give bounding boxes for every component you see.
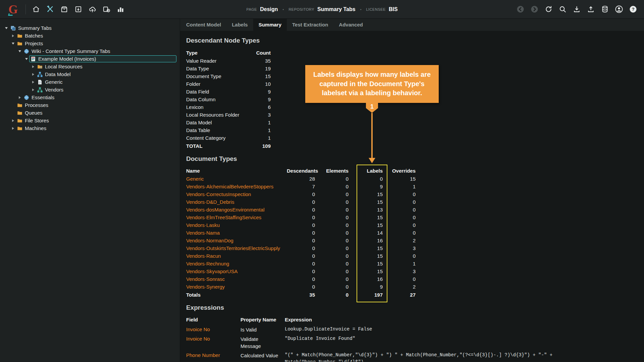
tree-item-content: Vendors <box>36 86 66 93</box>
tree-item-machines[interactable]: Machines <box>0 124 180 132</box>
breadcrumb-value-repository[interactable]: Summary Tabs <box>317 6 356 12</box>
doc-type-link[interactable]: Generic <box>186 176 287 182</box>
tab-bar: Content ModelLabelsSummaryTest Extractio… <box>180 19 644 31</box>
expander-expanded-icon[interactable] <box>10 41 16 46</box>
node-type-count: 19 <box>253 66 271 71</box>
design-tools-icon <box>46 5 54 13</box>
tree-item-example-model-invoices[interactable]: Example Model (Invoices) <box>0 55 180 63</box>
doc-types-header-name: Name <box>186 168 287 174</box>
content-model-icon <box>31 56 36 62</box>
expander-collapsed-icon[interactable] <box>10 33 16 39</box>
doc-type-link[interactable]: Vendors·ElmTreeStaffingServices <box>186 215 287 220</box>
batches-button[interactable] <box>59 4 69 14</box>
help-button[interactable]: ? <box>628 4 638 14</box>
tree-item-file-stores[interactable]: File Stores <box>0 117 180 124</box>
cloud-upload-button[interactable] <box>88 4 97 14</box>
tab-content-model[interactable]: Content Model <box>181 19 226 31</box>
tab-test-extraction[interactable]: Test Extraction <box>287 19 333 31</box>
tree-item-generic[interactable]: Generic <box>0 78 180 86</box>
upload-button[interactable] <box>586 4 596 14</box>
doc-type-link[interactable]: Vendors·Sonrasc <box>186 276 287 282</box>
doc-type-link[interactable]: Vendors·Lasku <box>186 222 287 228</box>
expander-collapsed-icon[interactable] <box>30 64 36 69</box>
doc-type-descendants: 0 <box>287 245 315 251</box>
doc-type-link[interactable]: Vendors·Rechnung <box>186 261 287 266</box>
tree-item-local-resources[interactable]: Local Resources <box>0 63 180 70</box>
breadcrumb-value-licensee[interactable]: BIS <box>389 6 398 12</box>
refresh-button[interactable] <box>544 4 553 14</box>
expander-expanded-icon[interactable] <box>3 25 9 31</box>
tree-item-summary-tabs[interactable]: Summary Tabs <box>0 24 180 32</box>
doc-type-row-vendors-racun: Vendors·Racun00150 <box>186 252 644 260</box>
cloud-upload-icon <box>89 5 96 13</box>
download-button[interactable] <box>572 4 582 14</box>
doc-type-link[interactable]: Vendors·SkyvaporUSA <box>186 268 287 274</box>
doc-type-link[interactable]: Vendors·Nama <box>186 230 287 236</box>
doc-type-link[interactable]: Vendors·Racun <box>186 253 287 259</box>
back-button[interactable] <box>516 4 525 14</box>
node-type-row-value-reader: Value Reader35 <box>186 57 644 65</box>
scheduled-activity-button[interactable] <box>102 4 111 14</box>
tree-item-data-model[interactable]: Data Model <box>0 70 180 78</box>
annotation-callout: Labels displays how many labels are capt… <box>305 65 439 103</box>
search-button[interactable] <box>558 4 568 14</box>
user-account-button[interactable] <box>614 4 624 14</box>
upload-icon <box>587 5 595 13</box>
doc-type-elements: 0 <box>315 261 348 266</box>
doc-type-link[interactable]: Vendors·OutskirtsTerritoriesElectricSupp… <box>186 245 287 251</box>
tree-item-content: Processes <box>16 102 51 109</box>
database-button[interactable] <box>600 4 610 14</box>
tree-item-content: Summary Tabs <box>9 24 54 32</box>
design-tools-button[interactable] <box>45 4 55 14</box>
home-button[interactable] <box>31 4 41 14</box>
tree-item-content: Local Resources <box>36 63 85 70</box>
document-types-table: NameDescendantsElementsLabelsOverridesGe… <box>186 167 644 299</box>
expander-collapsed-icon[interactable] <box>17 95 22 100</box>
doc-type-link[interactable]: Vendors·CorrectusInspection <box>186 191 287 197</box>
doc-type-link[interactable]: Vendors·NormanDog <box>186 238 287 243</box>
expression-field-link[interactable]: Phone Number <box>186 352 240 358</box>
doc-type-overrides: 0 <box>383 276 416 282</box>
tree-item-essentials[interactable]: Essentials <box>0 94 180 101</box>
expander-collapsed-icon[interactable] <box>30 72 36 77</box>
doc-type-overrides: 0 <box>383 253 416 259</box>
callout-arrow <box>371 113 373 158</box>
expression-field-link[interactable]: Invoice No <box>186 326 240 332</box>
expression-field-link[interactable]: Invoice No <box>186 335 240 342</box>
tree-item-batches[interactable]: Batches <box>0 32 180 40</box>
tab-summary[interactable]: Summary <box>253 19 287 31</box>
tree-item-processes[interactable]: Processes <box>0 101 180 109</box>
doc-type-elements: 0 <box>315 253 348 259</box>
node-type-count: 15 <box>253 73 271 79</box>
tree-item-wiki-content-type-summary-tabs[interactable]: Wiki - Content Type Summary Tabs <box>0 47 180 55</box>
tree-item-vendors[interactable]: Vendors <box>0 86 180 94</box>
expander-collapsed-icon[interactable] <box>30 79 36 85</box>
doc-types-totals-label: Totals <box>186 292 287 298</box>
tree-item-queues[interactable]: Queues <box>0 109 180 117</box>
user-account-icon <box>615 5 623 13</box>
node-type-name: Content Category <box>186 135 253 141</box>
expander-expanded-icon[interactable] <box>23 56 29 62</box>
expander-expanded-icon[interactable] <box>17 49 22 54</box>
tree-item-label: Vendors <box>45 87 63 93</box>
tab-labels[interactable]: Labels <box>226 19 253 31</box>
imports-button[interactable] <box>73 4 83 14</box>
stats-button[interactable] <box>116 4 125 14</box>
breadcrumb-value-page[interactable]: Design <box>260 6 278 12</box>
tab-advanced[interactable]: Advanced <box>333 19 368 31</box>
expander-collapsed-icon[interactable] <box>30 87 36 93</box>
forward-button[interactable] <box>530 4 539 14</box>
node-type-name: Data Model <box>186 120 253 125</box>
tree-item-projects[interactable]: Projects <box>0 40 180 47</box>
folder-icon <box>17 41 22 46</box>
doc-type-link[interactable]: Vendors·D&D_Debris <box>186 199 287 205</box>
expander-collapsed-icon[interactable] <box>10 118 16 123</box>
doc-type-descendants: 0 <box>287 215 315 220</box>
doc-type-link[interactable]: Vendors·Synergy <box>186 284 287 290</box>
doc-type-link[interactable]: Vendors·dosMangosEnvironmental <box>186 207 287 213</box>
doc-type-link[interactable]: Vendors·AlchemicalBelvedereStoppers <box>186 184 287 189</box>
expander-collapsed-icon[interactable] <box>10 126 16 131</box>
refresh-icon <box>545 5 552 13</box>
node-type-count: 1 <box>253 127 271 133</box>
app-logo[interactable]: G <box>6 2 20 17</box>
